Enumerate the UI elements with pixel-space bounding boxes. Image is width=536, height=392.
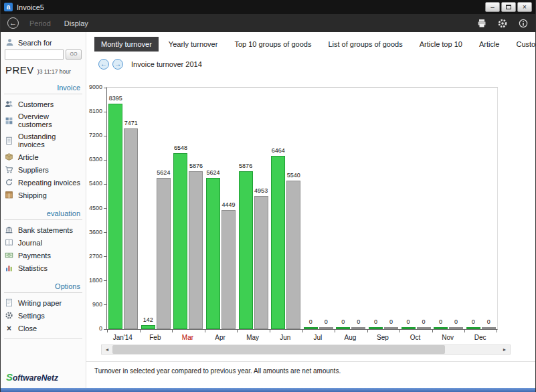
close-button[interactable]: ×	[517, 2, 532, 12]
y-axis-tick	[104, 88, 107, 88]
bar-current-year	[434, 327, 448, 329]
toolbar: ← Period Display	[1, 14, 535, 32]
maximize-icon	[506, 5, 511, 9]
sidebar-item-label: Suppliers	[18, 166, 49, 174]
titlebar: a Invoice5 – ×	[1, 0, 535, 14]
tab-article[interactable]: Article	[472, 37, 507, 52]
sidebar-item-customers[interactable]: Customers	[4, 98, 82, 110]
toolbar-display-button[interactable]: Display	[64, 19, 88, 27]
bar-current-year	[401, 327, 416, 329]
sidebar-item-close[interactable]: × Close	[4, 322, 82, 334]
bar-current-year	[466, 327, 480, 329]
gear-icon	[497, 18, 508, 29]
y-axis-tick-label: 5400	[89, 180, 102, 187]
bar-previous-year	[449, 327, 463, 329]
y-axis-tick-label: 9000	[89, 84, 102, 90]
x-axis-label: Mar	[171, 334, 204, 341]
maximize-button[interactable]	[501, 2, 516, 12]
sidebar-item-label: Journal	[18, 239, 42, 247]
minimize-button[interactable]: –	[485, 2, 500, 12]
logo-prefix: S	[6, 371, 13, 383]
x-axis-label: Dec	[464, 334, 497, 341]
sidebar-item-label: Customers	[18, 100, 54, 108]
bar-current-year	[304, 327, 318, 329]
sidebar-item-statistics[interactable]: Statistics	[4, 262, 82, 274]
bar-value-label: 7471	[118, 120, 145, 126]
bar-value-label: 0	[377, 318, 404, 325]
bar-value-label: 0	[443, 318, 470, 325]
bar-previous-year	[286, 181, 300, 329]
sidebar-item-payments[interactable]: Payments	[4, 249, 82, 262]
sidebar: Search for GO PREV )3 11:17 hour Invoice…	[1, 32, 86, 388]
sidebar-item-settings[interactable]: Settings	[4, 309, 82, 322]
bar-value-label: 0	[345, 318, 372, 325]
y-axis-tick-label: 2700	[89, 253, 102, 260]
y-axis-tick	[104, 184, 107, 185]
scrollbar-track[interactable]	[112, 345, 499, 354]
bar-value-label: 5876	[232, 163, 259, 169]
y-axis-tick	[104, 304, 107, 305]
sidebar-item-overview-customers[interactable]: Overview customers	[4, 110, 82, 130]
refresh-icon	[5, 178, 13, 187]
x-axis-label: Apr	[204, 334, 237, 341]
bar-previous-year	[319, 327, 333, 329]
sidebar-item-label: Close	[18, 324, 37, 332]
section-header-invoice: Invoice	[4, 84, 82, 94]
sidebar-item-suppliers[interactable]: Suppliers	[4, 163, 82, 176]
print-button[interactable]	[476, 18, 487, 29]
bar-current-year	[173, 153, 187, 329]
back-button[interactable]: ←	[7, 17, 19, 29]
close-x-icon: ×	[5, 324, 13, 332]
tab-list-groups[interactable]: List of groups of goods	[321, 37, 409, 52]
bar-previous-year	[221, 210, 236, 329]
tab-yearly-turnover[interactable]: Yearly turnover	[162, 37, 225, 52]
horizontal-scrollbar[interactable]: ◄ ►	[101, 345, 511, 355]
next-year-button[interactable]: →	[112, 59, 123, 70]
info-button[interactable]	[518, 18, 529, 29]
settings-button[interactable]	[497, 18, 508, 29]
search-input[interactable]	[5, 50, 64, 60]
bar-value-label: 6548	[167, 144, 194, 151]
sidebar-item-repeating-invoices[interactable]: Repeating invoices	[4, 176, 82, 189]
close-icon: ×	[523, 4, 527, 11]
printer-icon	[476, 18, 487, 29]
x-axis-label: Jan'14	[106, 334, 139, 341]
bar-value-label: 0	[410, 318, 437, 325]
bar-previous-year	[189, 171, 203, 329]
sidebar-item-oustanding-invoices[interactable]: Oustanding invoices	[4, 130, 82, 151]
y-axis-tick	[104, 232, 107, 233]
sidebar-item-label: Repeating invoices	[18, 179, 80, 187]
scroll-left-button[interactable]: ◄	[102, 345, 112, 354]
prev-year-button[interactable]: ←	[98, 59, 109, 70]
back-arrow-icon: ←	[9, 19, 17, 27]
arrow-left-icon: ←	[100, 61, 107, 68]
money-icon	[5, 251, 13, 260]
tab-top10-groups[interactable]: Top 10 groups of goods	[228, 37, 318, 52]
sidebar-item-journal[interactable]: Journal	[4, 236, 82, 249]
sidebar-item-article[interactable]: Article	[4, 151, 82, 163]
bar-value-label: 5540	[280, 172, 307, 179]
chart-footnote: Turnover in selected year compared to pr…	[86, 361, 535, 380]
scroll-right-button[interactable]: ►	[499, 345, 510, 354]
bar-value-label: 8395	[102, 95, 129, 102]
bar-current-year	[108, 104, 122, 329]
bar-previous-year	[482, 327, 496, 329]
sidebar-item-label: Settings	[18, 312, 45, 320]
scrollbar-thumb[interactable]	[112, 345, 445, 354]
gear-icon	[5, 311, 13, 320]
section-header-evaluation: evaluation	[4, 209, 82, 220]
sidebar-item-writing-paper[interactable]: Writing paper	[4, 296, 82, 309]
book-icon	[5, 238, 13, 247]
bar-current-year	[206, 178, 220, 329]
sidebar-item-bank-statements[interactable]: Bank statements	[4, 223, 82, 236]
sidebar-item-shipping[interactable]: Shipping	[4, 189, 82, 201]
tab-montly-turnover[interactable]: Montly turnover	[94, 37, 159, 52]
bar-current-year	[141, 325, 155, 329]
bar-previous-year	[384, 327, 398, 329]
search-row: Search for	[4, 37, 82, 50]
y-axis-tick	[104, 136, 107, 136]
bar-previous-year	[157, 178, 171, 329]
tab-article-top10[interactable]: Article top 10	[413, 37, 469, 52]
tab-customers[interactable]: Customers	[509, 37, 536, 52]
search-go-button[interactable]: GO	[66, 50, 82, 60]
